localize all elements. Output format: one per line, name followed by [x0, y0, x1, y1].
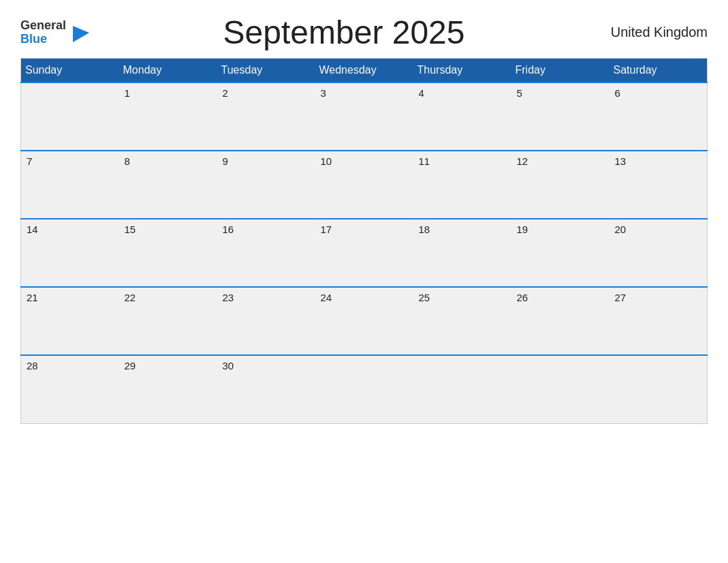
- day-cell: 14: [21, 219, 119, 287]
- col-wednesday: Wednesday: [315, 59, 413, 83]
- day-number: 21: [27, 292, 38, 303]
- col-monday: Monday: [119, 59, 217, 83]
- day-cell: 27: [610, 287, 708, 355]
- day-cell: 21: [21, 287, 119, 355]
- day-cell: 30: [217, 355, 315, 423]
- day-cell: 11: [413, 151, 511, 219]
- day-cell: 2: [217, 82, 315, 151]
- day-number: 6: [615, 87, 620, 99]
- day-number: 29: [125, 360, 136, 371]
- day-cell: 28: [21, 355, 119, 423]
- logo-general: General: [20, 19, 66, 33]
- day-cell: 22: [119, 287, 217, 355]
- day-cell: 26: [511, 287, 610, 355]
- page-header: General Blue September 2025 United Kingd…: [20, 14, 708, 51]
- day-cell: 1: [119, 82, 217, 151]
- week-row-3: 14151617181920: [21, 219, 708, 287]
- page-title: September 2025: [89, 14, 599, 51]
- day-number: 23: [223, 292, 234, 303]
- week-row-2: 78910111213: [21, 151, 708, 219]
- day-number: 9: [223, 155, 228, 167]
- week-row-4: 21222324252627: [21, 287, 708, 355]
- day-number: 1: [125, 87, 130, 99]
- day-cell: 8: [119, 151, 217, 219]
- day-cell: 24: [315, 287, 413, 355]
- svg-marker-0: [73, 26, 89, 42]
- day-number: 25: [419, 292, 430, 303]
- day-number: 19: [517, 224, 528, 235]
- day-cell: 17: [315, 219, 413, 287]
- day-cell: 23: [217, 287, 315, 355]
- day-number: 7: [27, 155, 32, 167]
- col-tuesday: Tuesday: [217, 59, 315, 83]
- day-cell: [511, 355, 610, 423]
- day-number: 27: [615, 292, 627, 303]
- day-number: 13: [615, 155, 627, 167]
- day-number: 12: [517, 155, 528, 167]
- col-friday: Friday: [511, 59, 610, 83]
- day-cell: 13: [610, 151, 708, 219]
- day-cell: [21, 82, 119, 151]
- day-number: 18: [419, 224, 430, 235]
- day-number: 16: [223, 224, 234, 235]
- days-of-week-row: Sunday Monday Tuesday Wednesday Thursday…: [21, 59, 708, 83]
- calendar-table: Sunday Monday Tuesday Wednesday Thursday…: [20, 58, 708, 424]
- day-number: 14: [27, 224, 38, 235]
- logo-blue: Blue: [20, 33, 66, 46]
- day-cell: 15: [119, 219, 217, 287]
- day-cell: 16: [217, 219, 315, 287]
- day-cell: 4: [413, 82, 511, 151]
- day-cell: 20: [610, 219, 708, 287]
- day-number: 28: [27, 360, 38, 371]
- day-cell: [610, 355, 708, 423]
- col-thursday: Thursday: [413, 59, 511, 83]
- day-number: 26: [517, 292, 528, 303]
- day-cell: 9: [217, 151, 315, 219]
- day-number: 3: [321, 87, 326, 99]
- day-number: 20: [615, 224, 627, 235]
- day-number: 5: [517, 87, 522, 99]
- day-number: 10: [321, 155, 332, 167]
- day-cell: 12: [511, 151, 610, 219]
- day-cell: 25: [413, 287, 511, 355]
- day-cell: 5: [511, 82, 610, 151]
- day-number: 11: [419, 155, 430, 167]
- day-cell: [315, 355, 413, 423]
- calendar-header: Sunday Monday Tuesday Wednesday Thursday…: [21, 59, 708, 83]
- calendar-body: 1234567891011121314151617181920212223242…: [21, 82, 708, 423]
- day-number: 17: [321, 224, 332, 235]
- day-number: 24: [321, 292, 332, 303]
- logo: General Blue: [20, 19, 89, 46]
- logo-text: General Blue: [20, 19, 66, 46]
- week-row-1: 123456: [21, 82, 708, 151]
- day-cell: 6: [610, 82, 708, 151]
- day-number: 22: [125, 292, 136, 303]
- day-number: 2: [223, 87, 228, 99]
- country-label: United Kingdom: [599, 25, 708, 40]
- day-number: 4: [419, 87, 424, 99]
- col-saturday: Saturday: [610, 59, 708, 83]
- day-cell: 10: [315, 151, 413, 219]
- day-cell: [413, 355, 511, 423]
- logo-triangle-icon: [70, 23, 89, 42]
- day-cell: 29: [119, 355, 217, 423]
- day-cell: 18: [413, 219, 511, 287]
- day-cell: 19: [511, 219, 610, 287]
- day-cell: 7: [21, 151, 119, 219]
- day-number: 15: [125, 224, 136, 235]
- day-number: 8: [125, 155, 130, 167]
- week-row-5: 282930: [21, 355, 708, 423]
- day-cell: 3: [315, 82, 413, 151]
- day-number: 30: [223, 360, 234, 371]
- col-sunday: Sunday: [21, 59, 119, 83]
